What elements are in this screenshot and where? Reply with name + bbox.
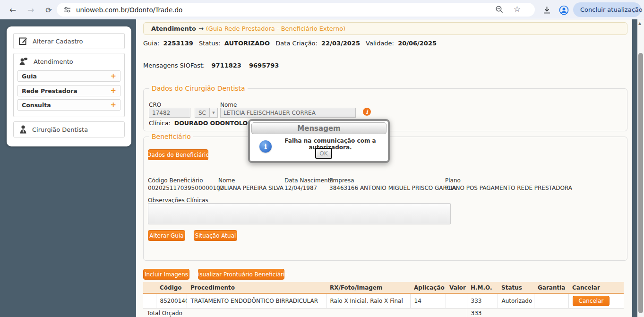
observacoes-label: Observações Clínicas [148, 197, 208, 204]
clinica-label: Clínica: [149, 120, 171, 127]
cell-cancelar: Cancelar [568, 293, 624, 308]
sidebar-item-label: Alterar Cadastro [33, 38, 83, 45]
data-criacao-value: 22/03/2025 [321, 40, 360, 47]
codigo-beneficiario-value: 002025117039500000102 [148, 185, 223, 191]
ok-button[interactable]: OK [315, 148, 332, 159]
codigo-beneficiario-label: Código Beneficiário [148, 177, 223, 184]
sidebar-item-consulta[interactable]: Consulta + [17, 99, 120, 111]
status-label: Status: [199, 40, 221, 47]
nome-beneficiario-field: Nome JULIANA PEREIRA SILVA [218, 177, 283, 191]
edit-icon [18, 36, 28, 46]
guia-label: Guia: [143, 40, 159, 47]
guia-number: 2253139 [163, 40, 193, 47]
uf-select[interactable]: SC ▼ [195, 108, 218, 118]
sidebar-item-label: Rede Prestadora [22, 87, 77, 94]
address-bar[interactable]: unioweb.com.br/Odonto/Trade.do ☆ [57, 3, 535, 17]
nome-field[interactable]: LETICIA FLEISCHHAUER CORREA [220, 108, 356, 118]
validade-label: Validade: [366, 40, 394, 47]
finish-update-button[interactable]: Concluir atualização ⋮ [573, 2, 641, 17]
forward-icon: → [25, 4, 37, 16]
cell-rx-foto-imagem: Raio X Inicial, Raio X Final [326, 293, 410, 308]
status-value: AUTORIZADO [224, 40, 270, 47]
sidebar-item-cirurgiao-dentista[interactable]: Cirurgião Dentista [13, 121, 125, 137]
download-icon[interactable] [541, 4, 552, 16]
plano-label: Plano [445, 177, 572, 184]
alterar-guia-button[interactable]: Alterar Guia [148, 230, 185, 241]
header-garantia: Garantia [534, 282, 568, 293]
plano-value: PLANO POS PAGAMENTO REDE PRESTADORA [445, 185, 572, 191]
chevron-down-icon[interactable]: ▼ [209, 108, 217, 117]
zoom-out-icon[interactable] [495, 5, 504, 14]
sidebar-item-label: Atendimento [34, 58, 73, 65]
finish-update-label: Concluir atualização [580, 6, 643, 13]
cell-aplicacao: 14 [410, 293, 446, 308]
mensagem-id[interactable]: 9711823 [212, 62, 241, 69]
alert-info-icon[interactable]: i [363, 108, 371, 116]
codigo-beneficiario-field: Código Beneficiário 00202511703950000010… [148, 177, 223, 191]
sidebar-item-alterar-cadastro[interactable]: Alterar Cadastro [13, 33, 125, 49]
nome-label: Nome [220, 102, 237, 108]
data-nascimento-value: 12/04/1987 [284, 185, 317, 191]
header-rx-foto-imagem: RX/Foto/Imagem [326, 282, 410, 293]
cro-label: CRO [149, 102, 161, 108]
sidebar: Alterar Cadastro Atendimento Guia + [7, 26, 131, 146]
reload-icon[interactable]: ⟳ [43, 4, 55, 16]
bookmark-star-icon[interactable]: ☆ [514, 4, 521, 14]
sidebar-item-label: Cirurgião Dentista [32, 126, 88, 133]
header-codigo: Código [156, 282, 187, 293]
scrollbar-thumb[interactable] [638, 53, 643, 313]
cell-garantia [534, 293, 568, 308]
data-criacao-label: Data Criação: [275, 40, 318, 47]
data-nascimento-label: Data Nascimento [284, 177, 334, 184]
dialog-title[interactable]: Mensagem [251, 122, 386, 134]
table-header-row: Código Procedimento RX/Foto/Imagem Aplic… [143, 282, 624, 293]
cell-valor [446, 293, 467, 308]
breadcrumb-section: Atendimento [151, 25, 196, 32]
expand-plus-icon[interactable]: + [110, 72, 116, 80]
header-status: Status [498, 282, 534, 293]
visualizar-prontuario-button[interactable]: Visualizar Prontuário Beneficiário [198, 269, 284, 280]
footer-empty [498, 308, 624, 317]
situacao-atual-button[interactable]: Situação Atual [194, 230, 237, 241]
sidebar-item-guia[interactable]: Guia + [17, 70, 120, 82]
site-settings-icon[interactable] [63, 6, 71, 14]
cell-status: Autorizado [498, 293, 534, 308]
nome-beneficiario-label: Nome [218, 177, 283, 184]
empresa-label: Empresa [329, 177, 456, 184]
sidebar-item-atendimento[interactable]: Atendimento [14, 53, 124, 69]
dados-beneficiario-button[interactable]: Dados do Beneficiário [148, 149, 208, 160]
header-valor: Valor [446, 282, 467, 293]
profile-icon[interactable] [558, 4, 569, 16]
sidebar-item-label: Guia [22, 73, 37, 80]
header-cancelar: Cancelar [568, 282, 624, 293]
procedimentos-table: Código Procedimento RX/Foto/Imagem Aplic… [143, 282, 624, 317]
expand-plus-icon[interactable]: + [110, 86, 116, 95]
nome-beneficiario-value: JULIANA PEREIRA SILVA [218, 185, 283, 191]
sidebar-item-rede-prestadora[interactable]: Rede Prestadora + [17, 85, 120, 96]
header-procedimento: Procedimento [187, 282, 326, 293]
browser-toolbar: ← → ⟳ unioweb.com.br/Odonto/Trade.do [0, 0, 644, 19]
uf-value: SC [195, 108, 209, 117]
scroll-up-icon[interactable]: ▲ [638, 21, 641, 26]
person-icon [19, 125, 27, 134]
cell-empty [143, 293, 156, 308]
mensagem-dialog: Mensagem i Falha na comunicação com a au… [248, 119, 390, 163]
mensagem-id[interactable]: 9695793 [249, 62, 279, 69]
cell-codigo: 85200140 [156, 293, 187, 308]
url-text[interactable]: unioweb.com.br/Odonto/Trade.do [76, 6, 182, 14]
empresa-field: Empresa 38463166 ANTONIO MIGUEL PRISCO G… [329, 177, 456, 191]
cro-field[interactable]: 17482 [149, 108, 190, 118]
observacoes-textarea[interactable] [148, 203, 451, 224]
empresa-value: 38463166 ANTONIO MIGUEL PRISCO GARCIA [329, 185, 456, 191]
cancelar-row-button[interactable]: Cancelar [573, 296, 610, 306]
table-row: 85200140 TRATAMENTO ENDODÔNTICO BIRRADIC… [143, 293, 624, 308]
page: ← → ⟳ unioweb.com.br/Odonto/Trade.do [0, 0, 644, 317]
sidebar-group-atendimento: Atendimento Guia + Rede Prestadora + Con… [13, 53, 125, 117]
cell-procedimento: TRATAMENTO ENDODÔNTICO BIRRADICULAR [187, 293, 326, 308]
mensagens-label: Mensagens SIOFast: [143, 62, 205, 69]
table-footer-row: Total Orçado 333 [143, 308, 624, 317]
expand-plus-icon[interactable]: + [110, 101, 116, 109]
back-icon[interactable]: ← [7, 4, 19, 16]
dentista-legend: Dados do Cirurgião Dentista [149, 85, 248, 92]
incluir-imagens-button[interactable]: Incluir Imagens [143, 269, 189, 280]
